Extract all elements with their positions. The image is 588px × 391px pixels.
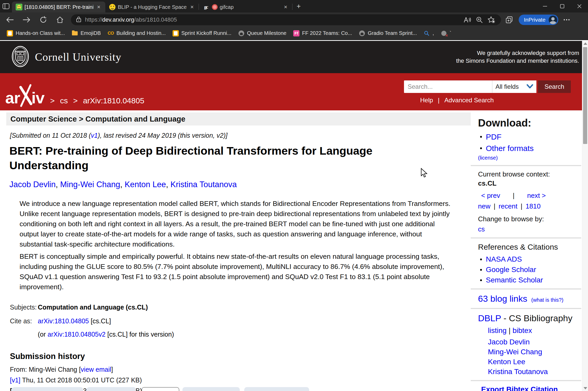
prev-link[interactable]: < prev: [481, 192, 500, 200]
search-icon: [424, 30, 430, 36]
author-link[interactable]: Kristina Toutanova: [170, 180, 237, 189]
browse-cs-link[interactable]: cs: [478, 225, 485, 233]
new-tab-button[interactable]: +: [293, 2, 304, 11]
page-scrollbar[interactable]: [582, 41, 588, 391]
v1-link[interactable]: v1: [91, 132, 98, 139]
zoom-icon[interactable]: [473, 15, 485, 25]
search-field-select[interactable]: All fields: [492, 80, 536, 93]
scrollbar-thumb[interactable]: [583, 47, 587, 144]
dblp-author-link[interactable]: Kristina Toutanova: [488, 368, 548, 376]
dblp-bibtex-link[interactable]: bibtex: [512, 326, 532, 335]
url-text[interactable]: https://dev.arxiv.org/abs/1810.04805: [85, 16, 177, 23]
minimize-button[interactable]: [536, 0, 554, 12]
version-1-line: [v1] Thu, 11 Oct 2018 00:50:01 UTC (227 …: [10, 376, 471, 384]
bookmark-item[interactable]: `: [441, 30, 451, 36]
bookmark-item[interactable]: Hands-on Class wit...: [7, 30, 65, 36]
scroll-down-icon[interactable]: [584, 387, 587, 389]
labs-tab[interactable]: [87, 387, 136, 391]
page-content: Cornell University We gratefully acknowl…: [0, 41, 588, 391]
dblp-author-link[interactable]: Jacob Devlin: [488, 338, 530, 346]
doc-icon: [7, 30, 13, 36]
bookmark-item[interactable]: COBuilding and Hostin...: [108, 30, 166, 36]
labs-tab[interactable]: [244, 387, 309, 391]
tab-close-icon[interactable]: ✕: [95, 4, 102, 10]
v1-history-link[interactable]: [v1]: [10, 376, 20, 384]
scroll-up-icon[interactable]: [584, 42, 587, 45]
labs-tab-active[interactable]: [142, 387, 179, 391]
cite-as-label: Cite as:: [10, 317, 38, 325]
settings-more-icon[interactable]: [560, 14, 573, 25]
google-scholar-link[interactable]: Google Scholar: [486, 266, 536, 274]
dblp-listing-link[interactable]: listing: [488, 326, 507, 335]
tab-title: BLIP - a Hugging Face Space by S: [118, 4, 187, 10]
view-email-link[interactable]: view email: [81, 366, 111, 373]
recording-indicator-icon: [212, 4, 218, 10]
license-link[interactable]: (license): [478, 155, 498, 161]
bookmark-item[interactable]: FfFF 2022 Teams: Co...: [293, 30, 352, 36]
arxiv-logo[interactable]: iv: [32, 89, 45, 107]
dblp-author-link[interactable]: Ming-Wei Chang: [488, 348, 542, 356]
maximize-button[interactable]: [554, 0, 571, 12]
profile-avatar[interactable]: [549, 16, 557, 24]
export-bibtex-link[interactable]: Export Bibtex Citation: [478, 385, 558, 391]
read-aloud-icon[interactable]: [461, 15, 473, 25]
bookmark-item[interactable]: Sprint Kickoff Runni...: [173, 30, 231, 36]
author-link[interactable]: Kenton Lee: [125, 180, 166, 189]
browser-tab-arxiv[interactable]: [1810.04805] BERT: Pre-training o ✕: [12, 2, 105, 12]
search-button[interactable]: Search: [538, 80, 571, 93]
tab-close-icon[interactable]: ✕: [282, 4, 289, 10]
refresh-button[interactable]: [36, 14, 50, 26]
support-acknowledgement: We gratefully acknowledge support from t…: [456, 49, 579, 65]
next-link[interactable]: next >: [527, 192, 546, 200]
tab-close-icon[interactable]: ✕: [189, 4, 195, 10]
dblp-link[interactable]: DBLP: [478, 313, 501, 323]
close-window-button[interactable]: [571, 0, 588, 12]
address-bar[interactable]: https://dev.arxiv.org/abs/1810.04805: [71, 14, 501, 25]
back-button[interactable]: [3, 14, 17, 26]
bookmark-item[interactable]: ,: [424, 30, 434, 36]
mouse-cursor: [421, 168, 427, 179]
author-link[interactable]: Jacob Devlin: [9, 180, 56, 189]
submission-dateline: [Submitted on 11 Oct 2018 (v1), last rev…: [10, 132, 471, 139]
advanced-search-link[interactable]: Advanced Search: [444, 97, 494, 104]
labs-tab[interactable]: [182, 387, 240, 391]
help-link[interactable]: Help: [420, 97, 433, 104]
search-input[interactable]: [404, 80, 492, 93]
cite-version-link[interactable]: arXiv:1810.04805v2: [48, 331, 106, 338]
lock-icon[interactable]: [76, 16, 81, 23]
add-favorite-star-icon[interactable]: [485, 15, 497, 25]
semantic-scholar-link[interactable]: Semantic Scholar: [486, 276, 543, 284]
breadcrumb: > cs > arXiv:1810.04805: [48, 96, 146, 105]
bookmark-item[interactable]: Queue Milestone: [238, 30, 286, 36]
home-button[interactable]: [53, 14, 67, 26]
nasa-ads-link[interactable]: NASA ADS: [486, 255, 522, 263]
collections-icon[interactable]: [503, 14, 516, 25]
recent-link[interactable]: recent: [499, 202, 517, 210]
forward-button[interactable]: [20, 14, 33, 26]
author-link[interactable]: Ming-Wei Chang: [60, 180, 120, 189]
month-link[interactable]: 1810: [525, 202, 541, 210]
paper-title: BERT: Pre-training of Deep Bidirectional…: [9, 143, 400, 173]
inprivate-badge[interactable]: InPrivate: [519, 15, 558, 25]
bookmark-item[interactable]: EmojiDB: [72, 30, 101, 36]
download-pdf-link[interactable]: PDF: [486, 133, 501, 141]
cite-arxiv-link[interactable]: arXiv:1810.04805: [38, 317, 89, 325]
browser-tab-gifcap[interactable]: gc gifcap ✕: [199, 2, 292, 12]
blog-links[interactable]: 63 blog links: [478, 294, 527, 304]
breadcrumb-cs-link[interactable]: cs: [60, 96, 68, 105]
dblp-author-link[interactable]: Kenton Lee: [488, 358, 525, 366]
cornell-seal-icon: [11, 46, 29, 68]
sidebar-divider: [471, 165, 581, 166]
labs-tab[interactable]: [12, 387, 83, 391]
chevron-down-icon: [526, 83, 533, 90]
arxiv-logo[interactable]: ar: [5, 89, 20, 107]
other-formats-link[interactable]: Other formats: [486, 144, 534, 153]
colab-icon: CO: [108, 30, 114, 36]
new-link[interactable]: new: [478, 202, 491, 210]
browser-tab-blip[interactable]: BLIP - a Hugging Face Space by S ✕: [105, 2, 199, 12]
cornell-wordmark[interactable]: Cornell University: [35, 51, 121, 63]
what-is-this-link[interactable]: (what is this?): [531, 297, 563, 303]
tab-actions-button[interactable]: [0, 1, 12, 11]
bookmark-item[interactable]: Gradio Team Sprint...: [359, 30, 417, 36]
breadcrumb-paper-id[interactable]: arXiv:1810.04805: [83, 96, 144, 105]
